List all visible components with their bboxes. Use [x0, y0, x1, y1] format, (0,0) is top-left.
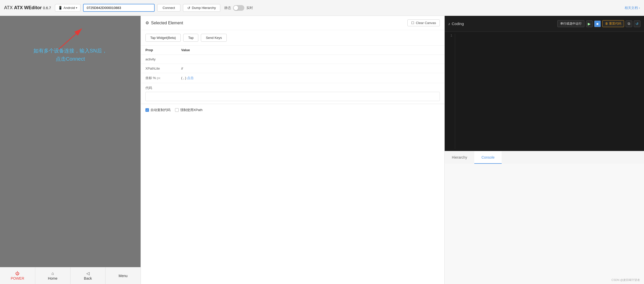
connect-label: Connect	[163, 6, 175, 10]
hint-line1: 如有多个设备连接，输入SN后，	[33, 47, 107, 55]
topbar: ATX ATX WEditor 0.6.7 📱 Android ▾ Connec…	[0, 0, 644, 16]
prop-coord-key: 坐标 % px	[141, 73, 177, 83]
prop-coord-row: 坐标 % px ( , ) 点击	[141, 73, 444, 83]
device-screen[interactable]: 如有多个设备连接，输入SN后， 点击Connect	[0, 16, 141, 267]
options-row: ✓ 自动复制代码 强制使用XPath	[141, 104, 444, 116]
prop-xpath-row: XPathLite //	[141, 64, 444, 73]
trash-icon: 🗑	[605, 22, 608, 25]
code-editor[interactable]: 1	[445, 32, 644, 151]
dump-icon: ↺	[187, 6, 190, 10]
music-icon: ♪	[448, 21, 450, 26]
console-tab[interactable]: Console	[474, 151, 502, 164]
refresh-button[interactable]: ↺	[634, 20, 640, 27]
reset-code-button[interactable]: 🗑 重置代码	[602, 20, 624, 27]
mid-panel: ⚙ Selected Element ☐ Clear Canvas Tap Wi…	[141, 16, 445, 284]
hierarchy-tab-label: Hierarchy	[452, 155, 467, 159]
docs-arrow: ›	[639, 6, 640, 10]
force-xpath-label[interactable]: 强制使用XPath	[175, 108, 202, 112]
device-nav-bar: ⏻ POWER ⌂ Home ◁ Back Menu	[0, 267, 141, 284]
tap-widget-label: Tap Widget(Beta)	[150, 36, 176, 40]
send-keys-button[interactable]: Send Keys	[201, 34, 227, 42]
settings-icon: ⚙	[145, 20, 149, 25]
hint-line2: 点击Connect	[33, 55, 107, 63]
auto-copy-label[interactable]: ✓ 自动复制代码	[145, 108, 170, 112]
menu-label: Menu	[119, 274, 128, 278]
sn-input[interactable]	[83, 4, 155, 12]
stop-button[interactable]: ■	[594, 20, 601, 27]
coding-header: ♪ Coding 单行或选中运行 ▶ ■ 🗑 重置代码 ⧉	[445, 16, 644, 32]
run-label: 单行或选中运行	[560, 22, 582, 25]
prop-activity-row: activity	[141, 55, 444, 64]
mid-header: ⚙ Selected Element ☐ Clear Canvas	[141, 16, 444, 30]
connect-button[interactable]: Connect	[157, 4, 180, 12]
auto-copy-text: 自动复制代码	[151, 108, 170, 112]
realtime-toggle[interactable]	[233, 5, 244, 11]
action-buttons: Tap Widget(Beta) Tap Send Keys	[141, 30, 444, 46]
prop-xpath-value: //	[177, 64, 444, 73]
hint-text: 如有多个设备连接，输入SN后， 点击Connect	[33, 47, 107, 63]
home-button[interactable]: ⌂ Home	[35, 267, 71, 284]
coding-title-label: Coding	[452, 21, 464, 26]
svg-line-1	[59, 29, 82, 49]
home-label: Home	[48, 276, 57, 280]
hierarchy-tab[interactable]: Hierarchy	[445, 151, 474, 164]
clear-canvas-button[interactable]: ☐ Clear Canvas	[407, 19, 440, 26]
tap-label: Tap	[188, 36, 193, 40]
android-icon: 📱	[58, 6, 62, 10]
play-button[interactable]: ▶	[586, 20, 593, 27]
toggle-knob	[234, 6, 238, 10]
tap-button[interactable]: Tap	[183, 34, 198, 42]
realtime-label: 实时	[246, 6, 253, 10]
power-label: POWER	[11, 276, 24, 280]
watermark: CSDN @麦田喝守望者	[612, 278, 640, 282]
prop-code-row: 代码	[141, 83, 444, 104]
code-section: 代码	[141, 83, 444, 104]
app-title: ATX ATX WEditor 0.6.7	[4, 5, 51, 10]
power-icon: ⏻	[15, 271, 19, 276]
dropdown-arrow: ▾	[76, 6, 77, 9]
selected-element-title: ⚙ Selected Element	[145, 20, 183, 25]
docs-label: 相关文档	[625, 6, 638, 10]
copy-button[interactable]: ⧉	[626, 20, 632, 27]
tap-widget-button[interactable]: Tap Widget(Beta)	[145, 34, 181, 42]
line-number-1: 1	[445, 34, 452, 38]
coding-title: ♪ Coding	[448, 21, 464, 26]
code-input[interactable]	[145, 92, 440, 101]
dump-hierarchy-button[interactable]: ↺ Dump Hierarchy	[183, 4, 220, 12]
coding-toolbar: 单行或选中运行 ▶ ■ 🗑 重置代码 ⧉ ↺	[557, 20, 640, 27]
toggle-group: 静态 实时	[224, 5, 253, 11]
prop-xpath-key: XPathLite	[141, 64, 177, 73]
bottom-tabs: Hierarchy Console	[445, 151, 644, 164]
prop-header: Prop	[141, 46, 177, 55]
platform-selector[interactable]: 📱 Android ▾	[55, 4, 80, 12]
code-label: 代码	[145, 86, 440, 90]
line-numbers: 1	[445, 34, 455, 149]
docs-link[interactable]: 相关文档 ›	[625, 6, 640, 10]
reset-label: 重置代码	[609, 22, 621, 25]
power-button[interactable]: ⏻ POWER	[0, 267, 35, 284]
value-header: Value	[177, 46, 444, 55]
left-panel: 如有多个设备连接，输入SN后， 点击Connect ⏻ POWER ⌂ Home…	[0, 16, 141, 284]
force-xpath-checkbox[interactable]	[175, 108, 179, 112]
selected-element-label: Selected Element	[151, 21, 183, 25]
clear-canvas-icon: ☐	[411, 21, 414, 25]
stop-icon: ■	[596, 22, 598, 26]
dump-hierarchy-label: Dump Hierarchy	[192, 6, 216, 10]
send-keys-label: Send Keys	[206, 36, 222, 40]
code-content[interactable]	[455, 34, 644, 149]
prop-coord-value: ( , ) 点击	[177, 73, 444, 83]
back-button[interactable]: ◁ Back	[71, 267, 106, 284]
prop-activity-value	[177, 55, 444, 64]
auto-copy-checkbox[interactable]: ✓	[145, 108, 149, 112]
main-area: 如有多个设备连接，输入SN后， 点击Connect ⏻ POWER ⌂ Home…	[0, 16, 644, 284]
menu-button[interactable]: Menu	[106, 267, 141, 284]
refresh-icon: ↺	[636, 22, 639, 26]
force-xpath-text: 强制使用XPath	[180, 108, 202, 112]
coord-link[interactable]: 点击	[187, 76, 194, 80]
right-panel: ♪ Coding 单行或选中运行 ▶ ■ 🗑 重置代码 ⧉	[445, 16, 644, 284]
play-icon: ▶	[588, 22, 591, 26]
static-label: 静态	[224, 6, 231, 10]
run-selected-button[interactable]: 单行或选中运行	[557, 20, 584, 27]
console-area	[445, 164, 644, 284]
home-icon: ⌂	[51, 271, 54, 276]
